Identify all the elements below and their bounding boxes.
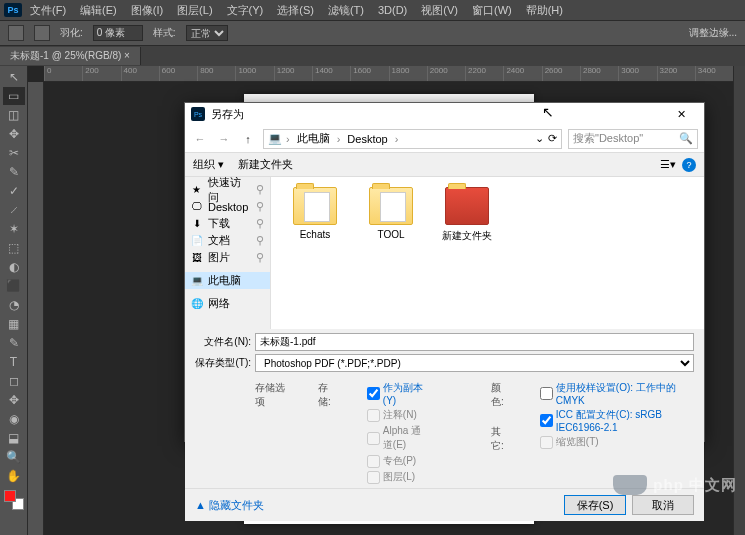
folder-item[interactable]: TOOL: [361, 187, 421, 319]
sb-icon: 🖼: [191, 252, 203, 264]
pin-icon[interactable]: ⚲: [256, 251, 264, 264]
marquee-icon[interactable]: [34, 25, 50, 41]
tool-11[interactable]: ⬛: [3, 277, 25, 295]
pin-icon[interactable]: ⚲: [256, 217, 264, 230]
crumb-pc[interactable]: 此电脑: [294, 131, 333, 146]
sidebar-item-3[interactable]: 📄文档⚲: [185, 232, 270, 249]
tool-19[interactable]: ⬓: [3, 429, 25, 447]
store-opt-4: 图层(L): [367, 470, 431, 484]
ps-logo: Ps: [4, 3, 22, 17]
menu-help[interactable]: 帮助(H): [520, 1, 569, 20]
save-as-dialog: Ps 另存为 ✕ ← → ↑ 💻 › 此电脑 › Desktop › ⌄ ⟳ 搜…: [184, 102, 705, 442]
tool-20[interactable]: 🔍: [3, 448, 25, 466]
panel-dock[interactable]: [733, 66, 745, 535]
tool-13[interactable]: ▦: [3, 315, 25, 333]
save-options-title: 存储选项: [255, 381, 288, 409]
menu-file[interactable]: 文件(F): [24, 1, 72, 20]
style-select[interactable]: 正常: [186, 25, 228, 41]
store-opt-1: 注释(N): [367, 408, 431, 422]
tool-0[interactable]: ↖: [3, 68, 25, 86]
dialog-titlebar[interactable]: Ps 另存为 ✕: [185, 103, 704, 125]
menu-type[interactable]: 文字(Y): [221, 1, 270, 20]
color-opt-1[interactable]: ICC 配置文件(C): sRGB IEC61966-2.1: [540, 408, 694, 433]
folder-icon: [293, 187, 337, 225]
sb-icon: 🖵: [191, 201, 203, 213]
type-select[interactable]: Photoshop PDF (*.PDF;*.PDP): [255, 354, 694, 372]
close-icon[interactable]: ✕: [664, 103, 698, 125]
tool-9[interactable]: ⬚: [3, 239, 25, 257]
tool-14[interactable]: ✎: [3, 334, 25, 352]
menu-edit[interactable]: 编辑(E): [74, 1, 123, 20]
hide-folders-link[interactable]: ▲ 隐藏文件夹: [195, 498, 264, 513]
sidebar-item-4[interactable]: 🖼图片⚲: [185, 249, 270, 266]
refresh-icon[interactable]: ⟳: [548, 132, 557, 145]
forward-icon: →: [215, 130, 233, 148]
crumb-desktop[interactable]: Desktop: [344, 133, 390, 145]
save-button[interactable]: 保存(S): [564, 495, 626, 515]
options-bar: 羽化: 样式: 正常 调整边缘...: [0, 20, 745, 46]
store-opt-0[interactable]: 作为副本(Y): [367, 381, 431, 406]
tool-16[interactable]: ◻: [3, 372, 25, 390]
pin-icon[interactable]: ⚲: [256, 234, 264, 247]
tool-18[interactable]: ◉: [3, 410, 25, 428]
dialog-title: 另存为: [211, 107, 244, 122]
color-swatches[interactable]: [4, 490, 24, 510]
pin-icon[interactable]: ⚲: [256, 183, 264, 196]
new-folder-button[interactable]: 新建文件夹: [238, 157, 293, 172]
tool-17[interactable]: ✥: [3, 391, 25, 409]
pin-icon[interactable]: ⚲: [256, 200, 264, 213]
doc-tab[interactable]: 未标题-1 @ 25%(RGB/8) ×: [0, 47, 141, 65]
tool-12[interactable]: ◔: [3, 296, 25, 314]
help-icon[interactable]: ?: [682, 158, 696, 172]
menu-layer[interactable]: 图层(L): [171, 1, 218, 20]
tool-3[interactable]: ✥: [3, 125, 25, 143]
filename-input[interactable]: [255, 333, 694, 351]
menu-window[interactable]: 窗口(W): [466, 1, 518, 20]
sidebar-item-1[interactable]: 🖵Desktop⚲: [185, 198, 270, 215]
toolbox: ↖▭◫✥✂✎✓⟋✶⬚◐⬛◔▦✎T◻✥◉⬓🔍✋: [0, 66, 28, 535]
feather-input[interactable]: [93, 25, 143, 41]
address-bar[interactable]: 💻 › 此电脑 › Desktop › ⌄ ⟳: [263, 129, 562, 149]
file-pane[interactable]: EchatsTOOL新建文件夹: [271, 177, 704, 329]
search-input[interactable]: 搜索"Desktop" 🔍: [568, 129, 698, 149]
tool-2[interactable]: ◫: [3, 106, 25, 124]
view-icon[interactable]: ☰▾: [660, 158, 676, 171]
menubar: Ps 文件(F) 编辑(E) 图像(I) 图层(L) 文字(Y) 选择(S) 滤…: [0, 0, 745, 20]
close-tab-icon[interactable]: ×: [124, 50, 130, 61]
folder-item[interactable]: 新建文件夹: [437, 187, 497, 319]
sidebar-item-0[interactable]: ★快速访问⚲: [185, 181, 270, 198]
cancel-button[interactable]: 取消: [632, 495, 694, 515]
menu-image[interactable]: 图像(I): [125, 1, 169, 20]
ruler-horizontal: 0200400600800100012001400160018002000220…: [44, 66, 733, 82]
folder-item[interactable]: Echats: [285, 187, 345, 319]
store-opt-2: Alpha 通道(E): [367, 424, 431, 452]
doc-tabs: 未标题-1 @ 25%(RGB/8) ×: [0, 46, 745, 66]
menu-filter[interactable]: 滤镜(T): [322, 1, 370, 20]
tool-10[interactable]: ◐: [3, 258, 25, 276]
sidebar-item-2[interactable]: ⬇下载⚲: [185, 215, 270, 232]
tool-6[interactable]: ✓: [3, 182, 25, 200]
back-icon[interactable]: ←: [191, 130, 209, 148]
dropdown-icon[interactable]: ⌄: [535, 132, 544, 145]
tool-4[interactable]: ✂: [3, 144, 25, 162]
color-opt-0[interactable]: 使用校样设置(O): 工作中的 CMYK: [540, 381, 694, 406]
tool-21[interactable]: ✋: [3, 467, 25, 485]
tool-preset-icon[interactable]: [8, 25, 24, 41]
up-icon[interactable]: ↑: [239, 130, 257, 148]
sidebar-item-5[interactable]: 💻此电脑: [185, 272, 270, 289]
menu-view[interactable]: 视图(V): [415, 1, 464, 20]
menu-select[interactable]: 选择(S): [271, 1, 320, 20]
tool-15[interactable]: T: [3, 353, 25, 371]
sidebar-item-6[interactable]: 🌐网络: [185, 295, 270, 312]
organize-menu[interactable]: 组织 ▾: [193, 157, 224, 172]
nav-bar: ← → ↑ 💻 › 此电脑 › Desktop › ⌄ ⟳ 搜索"Desktop…: [185, 125, 704, 153]
pc-icon: 💻: [268, 132, 282, 145]
tool-8[interactable]: ✶: [3, 220, 25, 238]
store-label: 存储:: [318, 381, 337, 409]
tool-1[interactable]: ▭: [3, 87, 25, 105]
tool-7[interactable]: ⟋: [3, 201, 25, 219]
menu-3d[interactable]: 3D(D): [372, 2, 413, 18]
store-opt-3: 专色(P): [367, 454, 431, 468]
refine-edge[interactable]: 调整边缘...: [689, 26, 737, 40]
tool-5[interactable]: ✎: [3, 163, 25, 181]
